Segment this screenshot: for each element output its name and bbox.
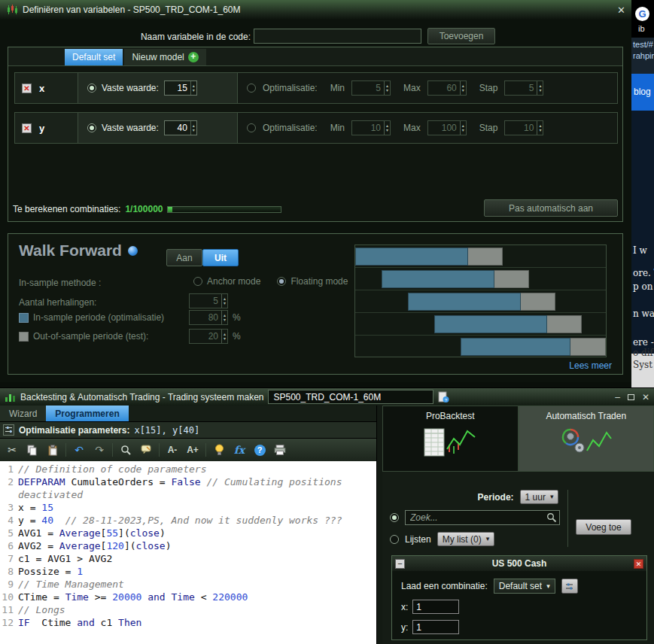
line-number: 10 xyxy=(0,591,18,603)
copy-icon[interactable] xyxy=(25,442,40,457)
code-editor[interactable]: 1// Definition of code parameters2DEFPAR… xyxy=(0,461,376,644)
search-icon[interactable] xyxy=(118,442,133,457)
spinner-icon[interactable]: ▴▾ xyxy=(384,121,390,135)
read-more-link[interactable]: Lees meer xyxy=(569,360,612,371)
fixed-value-radio[interactable] xyxy=(87,84,96,93)
dialog-close-icon[interactable]: ✕ xyxy=(617,5,625,16)
step-input[interactable]: 10▴▾ xyxy=(504,120,543,135)
spinner-icon[interactable]: ▴▾ xyxy=(537,121,543,135)
optimization-radio[interactable] xyxy=(247,123,256,132)
iterations-input[interactable]: 5▴▾ xyxy=(189,293,228,308)
autotrade-icon xyxy=(560,427,613,458)
combinations-progressbar xyxy=(167,206,281,213)
page-text-fragment: o dif xyxy=(633,348,653,358)
spinner-icon[interactable]: ▴▾ xyxy=(221,330,227,343)
fixed-value-radio[interactable] xyxy=(87,123,96,132)
parameters-icon[interactable] xyxy=(3,424,14,436)
optimization-params-bar: Optimalisatie parameters: x[15], y[40] xyxy=(0,422,376,439)
min-input[interactable]: 10▴▾ xyxy=(351,120,391,135)
fixed-value-input[interactable]: 15▴▾ xyxy=(164,80,197,96)
spinner-icon[interactable]: ▴▾ xyxy=(460,81,466,95)
paste-icon[interactable] xyxy=(45,442,60,457)
spinner-icon[interactable]: ▴▾ xyxy=(190,81,196,95)
remove-variable-icon[interactable]: ✕ xyxy=(22,84,32,93)
lightbulb-icon[interactable] xyxy=(211,442,227,457)
insample-bar xyxy=(382,270,494,288)
step-input[interactable]: 5▴▾ xyxy=(504,80,543,96)
walk-forward-off-button[interactable]: Uit xyxy=(202,249,239,266)
function-icon[interactable]: fx xyxy=(232,442,247,457)
add-variable-button[interactable]: Toevoegen xyxy=(427,28,495,44)
load-combination-label: Laad een combinatie: xyxy=(401,581,488,591)
x-param-input[interactable] xyxy=(412,600,459,614)
spinner-icon[interactable]: ▴▾ xyxy=(221,311,227,324)
search-radio[interactable] xyxy=(390,513,399,522)
code-line: 5AVG1 = Average[55](close) xyxy=(0,527,376,539)
font-increase-icon[interactable]: A+ xyxy=(185,442,200,457)
combination-dropdown[interactable]: Default set▾ xyxy=(494,579,555,594)
lists-label: Lijsten xyxy=(405,534,431,545)
combination-settings-button[interactable] xyxy=(561,579,578,594)
tab-wizard[interactable]: Wizard xyxy=(0,406,46,421)
help-icon[interactable]: ? xyxy=(252,442,267,457)
insample-bar xyxy=(355,248,468,266)
restore-icon[interactable] xyxy=(628,394,634,400)
close-icon[interactable]: ✕ xyxy=(634,559,643,569)
add-instrument-button[interactable]: Voeg toe xyxy=(576,519,631,535)
periode-dropdown[interactable]: 1 uur▾ xyxy=(520,490,559,504)
cut-icon[interactable]: ✂ xyxy=(5,442,20,457)
tab-programmeren[interactable]: Programmeren xyxy=(46,406,128,421)
spinner-icon[interactable]: ▴▾ xyxy=(221,294,227,308)
optimization-radio[interactable] xyxy=(247,84,256,93)
remove-variable-icon[interactable]: ✕ xyxy=(22,123,32,133)
line-number: 11 xyxy=(0,603,18,616)
print-icon[interactable] xyxy=(272,442,287,457)
spinner-icon[interactable]: ▴▾ xyxy=(384,81,390,95)
auto-adjust-button[interactable]: Pas automatisch aan xyxy=(484,199,618,217)
redo-icon[interactable]: ↷ xyxy=(92,442,107,457)
font-decrease-icon[interactable]: A- xyxy=(165,442,180,457)
walk-forward-on-button[interactable]: Aan xyxy=(166,249,202,266)
outsample-bar xyxy=(521,293,556,311)
insample-period-label: In-sample periode (optimalisatie) xyxy=(33,312,164,323)
app-icon xyxy=(5,391,16,402)
undo-icon[interactable]: ↶ xyxy=(71,442,87,457)
fixed-value-label: Vaste waarde: xyxy=(102,123,159,133)
combinations-label: Te berekenen combinaties: xyxy=(13,204,120,214)
outsample-period-label: Out-of-sample periode (test): xyxy=(33,331,148,342)
comment-icon[interactable] xyxy=(138,442,154,457)
document-tab[interactable]: SP500_TRD_COM-1_60M xyxy=(268,390,433,404)
spinner-icon[interactable]: ▴▾ xyxy=(537,81,543,95)
max-input[interactable]: 60▴▾ xyxy=(427,80,467,96)
insample-period-input[interactable]: 80▴▾ xyxy=(189,310,228,325)
walk-forward-title: Walk Forward xyxy=(19,242,138,260)
walkforward-row xyxy=(355,268,606,290)
anchor-mode-label: Anchor mode xyxy=(207,276,260,287)
min-input[interactable]: 5▴▾ xyxy=(351,80,391,96)
outsample-legend-swatch xyxy=(19,332,29,342)
tab-default-set[interactable]: Default set xyxy=(65,49,123,65)
max-input[interactable]: 100▴▾ xyxy=(427,120,467,135)
outsample-period-input[interactable]: 20▴▾ xyxy=(189,329,228,344)
variable-name-input[interactable] xyxy=(254,29,421,44)
tab-new-model[interactable]: Nieuw model + xyxy=(124,49,205,65)
code-line: 12IF Ctime and c1 Then xyxy=(0,616,376,629)
document-help-icon[interactable]: ? xyxy=(438,391,449,403)
lists-dropdown[interactable]: My list (0)▾ xyxy=(437,532,495,546)
search-icon[interactable] xyxy=(546,512,557,523)
y-param-input[interactable] xyxy=(412,620,459,634)
step-label: Stap xyxy=(479,123,498,133)
instrument-search-input[interactable] xyxy=(405,510,560,525)
spinner-icon[interactable]: ▴▾ xyxy=(190,121,196,135)
minimize-icon[interactable]: – xyxy=(615,392,620,402)
lists-radio[interactable] xyxy=(390,535,399,544)
floating-mode-radio[interactable] xyxy=(277,277,286,286)
tab-probacktest[interactable]: ProBacktest xyxy=(382,406,519,472)
spinner-icon[interactable]: ▴▾ xyxy=(460,121,466,135)
fixed-value-input[interactable]: 40▴▾ xyxy=(164,120,197,135)
code-line: 3x = 15 xyxy=(0,501,376,514)
close-icon[interactable]: ✕ xyxy=(642,392,649,402)
tab-automatisch-traden[interactable]: Automatisch Traden xyxy=(519,406,654,472)
collapse-icon[interactable]: − xyxy=(395,559,405,569)
anchor-mode-radio[interactable] xyxy=(193,277,202,286)
